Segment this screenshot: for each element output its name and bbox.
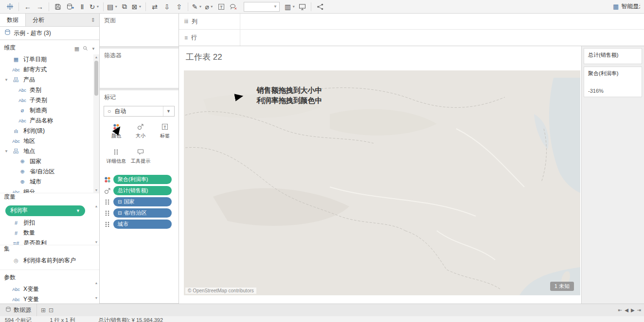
mark-button-color[interactable]: 颜色 (106, 120, 127, 142)
dimension-地区[interactable]: Abc地区 (0, 136, 93, 146)
collapse-icon[interactable]: ▼ (4, 149, 9, 153)
pause-updates-button[interactable]: Ⅱ (76, 1, 88, 12)
view-as-grid-icon[interactable]: ▦ (74, 46, 79, 52)
measure-数量[interactable]: #数量 (0, 228, 93, 238)
dimension-产品名称[interactable]: Abc产品名称 (0, 116, 93, 126)
save-button[interactable] (52, 1, 64, 12)
chevron-down-icon[interactable]: ▼ (198, 5, 202, 8)
lasso-select-button[interactable]: ✕ (228, 1, 239, 12)
dimension-邮寄方式[interactable]: Abc邮寄方式 (0, 65, 93, 75)
highlight-button[interactable]: ✎▼ (191, 1, 203, 12)
size-legend-card[interactable]: 总计(销售额) (584, 48, 642, 64)
refresh-button[interactable]: ↻▼ (89, 1, 100, 12)
dimension-国家[interactable]: ⊕国家 (0, 156, 93, 167)
measure-利润率[interactable]: 利润率▼ (0, 203, 93, 218)
chevron-down-icon[interactable]: ▼ (292, 5, 295, 8)
next-tab-icon[interactable]: ▶ (631, 307, 635, 313)
pill-latitude[interactable]: 纬度(生成) (243, 33, 315, 43)
parameter-X变量[interactable]: AbcX变量 (0, 284, 93, 294)
tab-analytics[interactable]: 分析 (26, 14, 51, 26)
share-button[interactable] (314, 1, 326, 12)
add-datasource-button[interactable] (64, 1, 76, 12)
last-tab-icon[interactable]: ⇥ (637, 307, 641, 313)
chevron-down-icon[interactable]: ▼ (210, 5, 214, 8)
scroll-up-icon[interactable]: ▲ (93, 203, 99, 209)
filters-shelf[interactable]: 筛选器 (100, 49, 179, 88)
dimension-订单日期[interactable]: ▦订单日期 (0, 54, 93, 65)
scroll-down-icon[interactable]: ▼ (93, 187, 99, 193)
color-legend-card[interactable]: 聚合(利润率) -316% (584, 67, 642, 97)
chevron-down-icon[interactable]: ▼ (114, 5, 118, 8)
dimension-地点[interactable]: ▼品地点 (0, 146, 93, 156)
collapse-hierarchy-icon[interactable]: ⊟ (118, 210, 122, 216)
new-dashboard-icon[interactable]: ⊡ (49, 307, 54, 314)
chevron-down-icon[interactable]: ▼ (96, 5, 99, 8)
prev-tab-icon[interactable]: ◀ (625, 307, 628, 313)
collapse-icon[interactable]: ▼ (4, 78, 9, 82)
pill-省/自治区[interactable]: ⊟省/自治区 (113, 208, 172, 218)
pane-sort-icon[interactable]: ⇕ (87, 14, 99, 26)
dimension-产品[interactable]: ▼品产品 (0, 75, 93, 85)
mark-button-detail[interactable]: 详细信息 (106, 146, 127, 167)
undo-button[interactable]: ← (22, 1, 34, 12)
datasource-item[interactable]: 示例 - 超市 (3) (0, 27, 99, 40)
dimension-细分[interactable]: Abc细分 (0, 187, 93, 193)
swap-axes-button[interactable]: ⇄ (149, 1, 161, 12)
pages-shelf[interactable]: 页面 (100, 14, 179, 47)
clear-sheet-button[interactable]: ⊠▼ (131, 1, 143, 12)
first-tab-icon[interactable]: ⇤ (618, 307, 622, 313)
map-canvas[interactable]: © OpenStreetMap contributors 1 未知 (184, 70, 580, 295)
fit-selector-dropdown[interactable]: ▼ (244, 2, 280, 12)
selected-measure-pill[interactable]: 利润率▼ (5, 205, 85, 216)
chevron-down-icon[interactable]: ▼ (138, 5, 142, 8)
pill-longitude[interactable]: 经度(生成) (243, 16, 315, 27)
dimension-子类别[interactable]: Abc子类别 (0, 95, 93, 105)
presentation-mode-button[interactable] (296, 1, 308, 12)
new-worksheet-button[interactable]: ▤▼ (107, 1, 118, 12)
scrollbar-thumb[interactable] (94, 61, 98, 96)
scroll-up-icon[interactable]: ▲ (93, 54, 99, 60)
dimension-省/自治区[interactable]: ⊕省/自治区 (0, 167, 93, 177)
parameters-scrollbar[interactable]: ▲ ▼ (93, 280, 99, 301)
pill-总计(销售额)[interactable]: 总计(销售额) (113, 186, 172, 195)
measures-scrollbar[interactable]: ▲ ▼ (93, 203, 99, 245)
show-me-button[interactable]: ▦ 智能显示 (613, 2, 640, 11)
datasource-tab[interactable]: 数据源 (0, 304, 37, 316)
dimension-利润(级)[interactable]: ılı利润(级) (0, 126, 93, 136)
measure-是否盈利[interactable]: =#是否盈利 (0, 238, 93, 245)
pill-聚合(利润率)[interactable]: 聚合(利润率) (113, 175, 172, 184)
scroll-down-icon[interactable]: ▼ (93, 295, 99, 301)
columns-shelf[interactable]: iii 列 经度(生成) (179, 14, 644, 30)
scroll-down-icon[interactable]: ▼ (93, 239, 99, 245)
chevron-down-icon[interactable]: ▼ (91, 47, 95, 51)
pill-国家[interactable]: ⊟国家 (113, 197, 172, 206)
mark-type-dropdown[interactable]: ○ 自动 ▼ (104, 106, 175, 117)
unknown-indicator-badge[interactable]: 1 未知 (550, 282, 574, 291)
dimension-制造商[interactable]: ⌀制造商 (0, 105, 93, 116)
sort-ascending-button[interactable]: ⇩ (161, 1, 173, 12)
dimension-类别[interactable]: Abc类别 (0, 85, 93, 95)
redo-button[interactable]: → (34, 1, 46, 12)
new-worksheet-icon[interactable]: ⊞ (41, 307, 46, 314)
mark-button-size[interactable]: 大小 (130, 120, 151, 142)
chevron-down-icon[interactable]: ▼ (163, 106, 171, 116)
text-label-button[interactable]: T (215, 1, 227, 12)
group-members-button[interactable]: ⌀▼ (203, 1, 215, 12)
pill-城市[interactable]: 城市 (113, 220, 172, 229)
rows-shelf[interactable]: ≡ 行 纬度(生成) (179, 30, 644, 46)
chevron-down-icon[interactable]: ▼ (76, 208, 80, 213)
dimensions-scrollbar[interactable]: ▲ ▼ (93, 54, 99, 193)
set-利润排名前列的客户[interactable]: ◎利润排名前列的客户 (0, 255, 93, 266)
search-icon[interactable] (83, 46, 88, 52)
measure-折扣[interactable]: #折扣 (0, 218, 93, 228)
tab-data[interactable]: 数据 (0, 14, 26, 26)
sort-descending-button[interactable]: ⇧ (173, 1, 185, 12)
scroll-up-icon[interactable]: ▲ (93, 280, 99, 286)
collapse-hierarchy-icon[interactable]: ⊟ (118, 199, 122, 204)
mark-button-tooltip[interactable]: 工具提示 (130, 146, 151, 167)
dimension-城市[interactable]: ⊕城市 (0, 177, 93, 187)
duplicate-sheet-button[interactable]: ⧉ (119, 1, 130, 12)
show-cards-button[interactable]: ▥▼ (284, 1, 296, 12)
parameter-Y变量[interactable]: AbcY变量 (0, 294, 93, 304)
mark-button-label[interactable]: T标签 (154, 120, 176, 142)
